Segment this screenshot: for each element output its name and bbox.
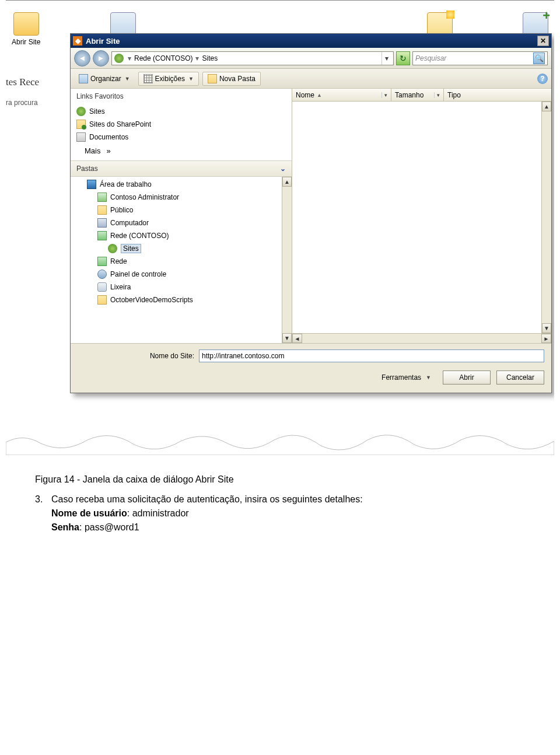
document-icon [110, 12, 136, 36]
tree-item[interactable]: Computador [71, 216, 282, 229]
site-name-input[interactable] [199, 349, 544, 362]
column-size[interactable]: Tamanho ▾ [391, 89, 444, 101]
credential-username: Nome de usuário: administrador [51, 506, 525, 520]
new-folder-icon [208, 74, 217, 83]
views-button[interactable]: Exibições ▼ [138, 72, 199, 86]
column-dropdown-icon[interactable]: ▾ [382, 92, 387, 98]
column-name[interactable]: Nome ▲ ▾ [292, 89, 391, 101]
breadcrumb-sep-icon: ▾ [194, 54, 201, 62]
tree-item[interactable]: Sites [71, 242, 282, 255]
tree-item[interactable]: Público [71, 204, 282, 216]
document-body-text: Figura 14 - Janela da caixa de diálogo A… [0, 455, 560, 546]
sp-icon [76, 120, 86, 129]
views-icon [144, 74, 153, 83]
tree-item-label: Painel de controle [110, 270, 166, 278]
breadcrumb-path[interactable]: ▾ Rede (CONTOSO) ▾ Sites ▾ [111, 51, 394, 65]
scroll-up-button[interactable]: ▲ [282, 177, 292, 187]
ribbon-item-open-site[interactable]: Abrir Site [12, 12, 40, 46]
page-footer: Página 14 [0, 546, 560, 755]
figure-caption: Figura 14 - Janela da caixa de diálogo A… [35, 473, 525, 487]
more-arrow-icon: » [106, 146, 110, 155]
folder-open-icon [13, 12, 39, 36]
ctrl-icon [97, 270, 107, 279]
scroll-up-button[interactable]: ▲ [542, 102, 551, 111]
tree-item[interactable]: Contoso Administrator [71, 191, 282, 204]
favorites-item-label: Sites do SharePoint [89, 120, 151, 128]
scroll-track[interactable] [542, 111, 551, 323]
favorites-header: Links Favoritos [71, 89, 292, 104]
credential-password: Senha: pass@word1 [51, 520, 525, 534]
favorites-item[interactable]: Sites [71, 105, 292, 118]
scroll-down-button[interactable]: ▼ [542, 323, 551, 333]
sort-asc-icon: ▲ [317, 92, 322, 98]
trash-icon [97, 282, 107, 292]
vertical-scrollbar[interactable]: ▲ ▼ [541, 102, 551, 333]
close-button[interactable]: ✕ [537, 36, 549, 46]
breadcrumb-dropdown-icon[interactable]: ▾ [382, 52, 391, 65]
bg-cropped-text: tes Rece ra procura [6, 76, 39, 107]
tree-item[interactable]: Rede (CONTOSO) [71, 229, 282, 242]
tree-item-label: Rede (CONTOSO) [110, 232, 169, 240]
search-placeholder: Pesquisar [415, 54, 446, 62]
footer-buttons: Ferramentas ▼ Abrir Cancelar [78, 370, 544, 385]
screenshot-region: Abrir Site tes Rece ra procura ◆ Abrir S… [6, 0, 554, 455]
vertical-scrollbar[interactable]: ▲ ▼ [282, 177, 292, 343]
tree-item-label: Área de trabalho [100, 180, 152, 188]
navigation-pane: Links Favoritos SitesSites do SharePoint… [71, 89, 292, 343]
help-button[interactable]: ? [537, 74, 548, 84]
docs-icon [76, 132, 86, 142]
tree-item[interactable]: OctoberVideoDemoScripts [71, 293, 282, 306]
open-button[interactable]: Abrir [443, 370, 491, 385]
scroll-right-button[interactable]: ► [541, 334, 551, 343]
column-dropdown-icon[interactable]: ▾ [434, 92, 440, 98]
nav-back-button[interactable]: ◄ [74, 50, 90, 67]
folder-icon [97, 205, 107, 215]
folder-icon [97, 295, 107, 305]
search-icon[interactable]: 🔍 [533, 53, 545, 64]
breadcrumb-sep-icon: ▾ [126, 54, 133, 62]
tree-item-label: OctoberVideoDemoScripts [110, 296, 193, 304]
cancel-button[interactable]: Cancelar [496, 370, 544, 385]
location-icon [114, 54, 124, 63]
open-site-dialog: ◆ Abrir Site ✕ ◄ ► ▾ Rede (CONTOSO) ▾ Si… [70, 33, 552, 393]
tree-item-label: Contoso Administrator [110, 193, 179, 201]
scroll-left-button[interactable]: ◄ [292, 334, 302, 343]
step-3: 3. Caso receba uma solicitação de autent… [35, 492, 525, 506]
search-input[interactable]: Pesquisar 🔍 [412, 51, 548, 65]
favorites-item[interactable]: Documentos [71, 131, 292, 144]
refresh-button[interactable]: ↻ [396, 51, 410, 65]
dialog-titlebar[interactable]: ◆ Abrir Site ✕ [71, 34, 551, 48]
tree-item[interactable]: Lixeira [71, 281, 282, 293]
favorites-item[interactable]: Sites do SharePoint [71, 118, 292, 131]
dialog-title: Abrir Site [86, 37, 120, 46]
file-list[interactable]: ▲ ▼ [292, 102, 551, 333]
globe-icon [76, 107, 86, 116]
tree-item-label: Público [110, 206, 133, 214]
breadcrumb-part[interactable]: Rede (CONTOSO) [134, 54, 192, 62]
favorites-more-button[interactable]: Mais » [71, 145, 292, 157]
organize-button[interactable]: Organizar ▼ [74, 72, 135, 85]
nav-forward-button[interactable]: ► [93, 50, 109, 67]
file-list-pane: Nome ▲ ▾ Tamanho ▾ Tipo ▲ [292, 89, 551, 343]
chevron-down-icon: ⌄ [280, 165, 286, 173]
site-name-label: Nome do Site: [78, 352, 194, 360]
tree-item[interactable]: Rede [71, 255, 282, 268]
breadcrumb-part[interactable]: Sites [202, 54, 218, 62]
desktop-icon [87, 180, 96, 189]
new-folder-button[interactable]: Nova Pasta [202, 72, 261, 86]
address-bar: ◄ ► ▾ Rede (CONTOSO) ▾ Sites ▾ ↻ Pesquis… [71, 48, 551, 69]
tree-item-label: Rede [110, 257, 127, 265]
column-type[interactable]: Tipo [444, 89, 551, 101]
step-number: 3. [35, 492, 51, 506]
scroll-track[interactable] [302, 334, 541, 343]
chevron-down-icon: ▼ [426, 375, 431, 380]
scroll-track[interactable] [282, 187, 292, 333]
tree-item[interactable]: Área de trabalho [71, 178, 282, 191]
folders-header[interactable]: Pastas ⌄ [71, 160, 292, 176]
scroll-down-button[interactable]: ▼ [282, 333, 292, 343]
tree-item[interactable]: Painel de controle [71, 268, 282, 281]
horizontal-scrollbar[interactable]: ◄ ► [292, 333, 551, 343]
tools-dropdown[interactable]: Ferramentas ▼ [382, 373, 431, 382]
folder-tree-container: Área de trabalhoContoso AdministratorPúb… [71, 176, 292, 343]
app-icon: ◆ [73, 36, 82, 46]
